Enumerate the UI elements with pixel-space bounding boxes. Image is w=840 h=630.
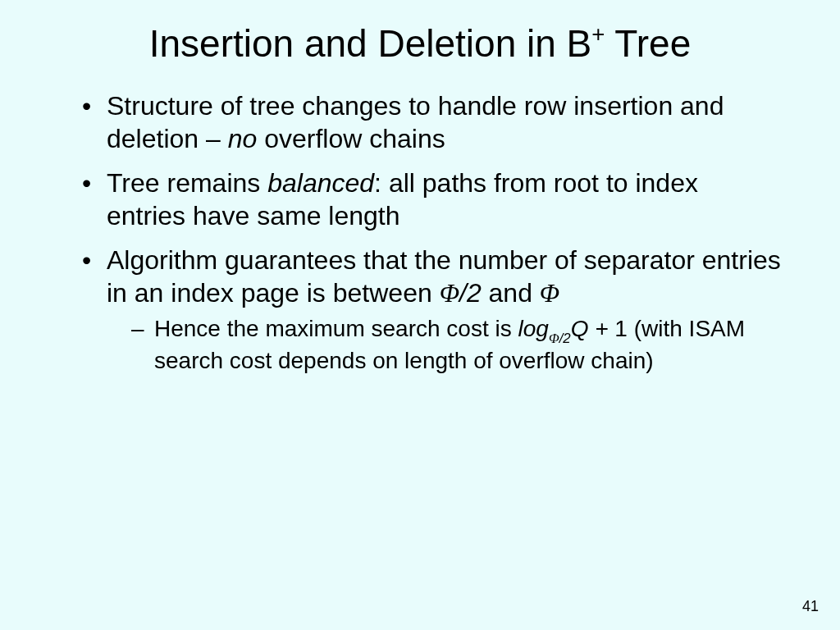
b2-text-a: Tree remains [107, 168, 267, 198]
b3-phi-1: Φ [440, 278, 459, 308]
s1-log: log [518, 316, 549, 341]
title-post: Tree [605, 22, 691, 65]
title-superscript: + [591, 21, 605, 47]
b3-and: and [482, 278, 540, 308]
s1-text-a: Hence the maximum search cost is [154, 316, 518, 341]
s1-subscript: Φ/2 [549, 331, 571, 346]
s1-sub-half: /2 [559, 331, 571, 346]
s1-Q: Q + [571, 316, 615, 341]
page-number: 41 [802, 598, 819, 615]
b3-half: /2 [459, 278, 482, 308]
bullet-list: Structure of tree changes to handle row … [49, 89, 791, 376]
s1-sub-phi: Φ [549, 331, 559, 346]
b3-phi-2: Φ [540, 278, 559, 308]
sub-bullet-1: Hence the maximum search cost is logΦ/2Q… [131, 314, 783, 376]
sub-bullet-list: Hence the maximum search cost is logΦ/2Q… [107, 314, 783, 376]
slide: Insertion and Deletion in B+ Tree Struct… [0, 0, 840, 630]
b1-text-b: overflow chains [257, 124, 445, 153]
bullet-1: Structure of tree changes to handle row … [82, 89, 783, 155]
slide-title: Insertion and Deletion in B+ Tree [49, 23, 791, 65]
bullet-3: Algorithm guarantees that the number of … [82, 244, 783, 376]
b2-emph-balanced: balanced [267, 168, 374, 198]
bullet-2: Tree remains balanced: all paths from ro… [82, 167, 783, 232]
title-pre: Insertion and Deletion in B [149, 22, 592, 65]
b1-emph-no: no [228, 124, 258, 153]
